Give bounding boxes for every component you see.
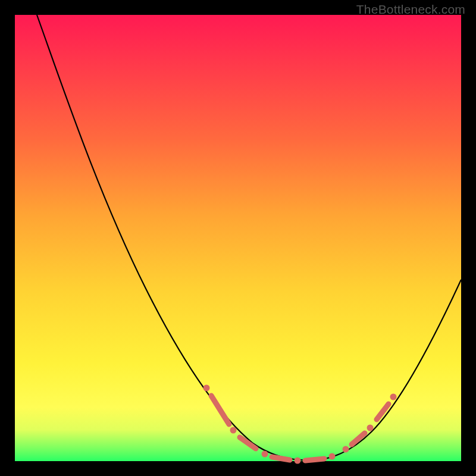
marker-left-dot-2: [230, 427, 237, 434]
bottleneck-curve: [37, 15, 461, 461]
marker-trough-dot-2: [295, 458, 301, 464]
marker-right-dot-3: [390, 394, 397, 400]
marker-right-dot-1: [343, 446, 349, 453]
marker-trough-seg-2: [305, 459, 324, 461]
marker-right-dot-2: [367, 425, 374, 431]
marker-left-seg-1: [211, 396, 229, 424]
marker-trough-dot-3: [329, 453, 336, 460]
chart-svg: [15, 15, 461, 461]
marker-left-dot-1: [203, 385, 210, 392]
marker-trough-dot-1: [262, 451, 268, 458]
marker-trough-seg-1: [272, 457, 290, 460]
marker-right-seg-2: [377, 404, 389, 419]
